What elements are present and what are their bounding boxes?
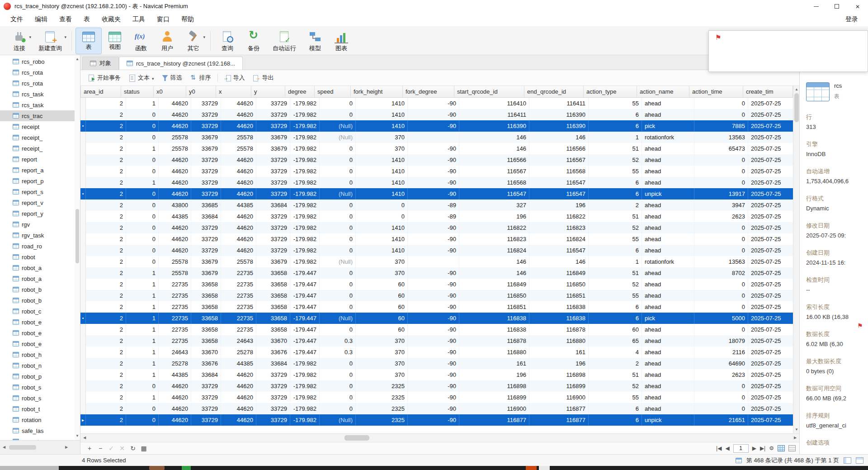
cell-fork_degree[interactable]: -90 (408, 369, 459, 380)
cell-area_id[interactable]: 2 (86, 143, 126, 154)
cell-end_qrcode_id[interactable]: 116900 (529, 392, 589, 403)
cell-action_time[interactable]: 0 (694, 290, 748, 301)
cell-create_tim[interactable]: 2025-07-25 (748, 279, 793, 290)
tab-table[interactable]: rcs_trace_history @zcnest (192.168... (119, 57, 243, 70)
cell-speed[interactable]: 0 (320, 222, 356, 233)
cell-create_tim[interactable]: 2025-07-25 (748, 358, 793, 369)
column-header-x[interactable]: x (216, 86, 251, 97)
cell-degree[interactable]: -179.982 (290, 177, 320, 188)
scroll-up-icon[interactable] (74, 56, 80, 62)
cell-create_tim[interactable]: 2025-07-25 (748, 347, 793, 358)
cell-start_qrcode_id[interactable]: 146 (459, 132, 529, 143)
cell-speed[interactable]: 0.3 (320, 335, 356, 347)
cell-y0[interactable]: 33729 (191, 403, 221, 414)
cell-speed[interactable]: 0 (320, 109, 356, 120)
sidebar-item-rcs_rota[interactable]: rcs_rota (0, 67, 80, 78)
cell-fork_height[interactable]: 0 (356, 211, 408, 222)
table-row[interactable]: •2044620337294462033729-179.982(Null)141… (80, 120, 793, 132)
cell-fork_degree[interactable]: -90 (408, 290, 459, 301)
cell-status[interactable]: 0 (126, 245, 159, 256)
cell-start_qrcode_id[interactable]: 116547 (459, 188, 529, 199)
cell-x0[interactable]: 44385 (159, 211, 191, 222)
cell-fork_degree[interactable]: -90 (408, 143, 459, 154)
cell-area_id[interactable]: 2 (86, 403, 126, 414)
sidebar-item-safe_las[interactable]: safe_las (0, 425, 80, 436)
menu-item[interactable]: 文件 (5, 14, 29, 25)
sidebar-item-rcs_rota[interactable]: rcs_rota (0, 78, 80, 89)
cell-end_qrcode_id[interactable]: 116568 (529, 166, 589, 177)
cell-start_qrcode_id[interactable]: 116566 (459, 154, 529, 166)
cell-action_type[interactable]: 6 (589, 109, 642, 120)
cell-fork_degree[interactable]: -90 (408, 301, 459, 313)
cell-status[interactable]: 0 (126, 154, 159, 166)
cell-x[interactable]: 22735 (221, 324, 256, 335)
table-row[interactable]: 2044620337294462033729-179.98202325-9011… (80, 403, 793, 414)
cell-action_time[interactable]: 0 (694, 222, 748, 233)
export-button[interactable]: 导出 (249, 72, 278, 84)
column-header-y0[interactable]: y0 (186, 86, 216, 97)
scroll-right-icon[interactable] (63, 444, 70, 451)
cell-end_qrcode_id[interactable]: 116877 (529, 403, 589, 414)
cell-y[interactable]: 33729 (256, 154, 290, 166)
cell-end_qrcode_id[interactable]: 196 (529, 199, 589, 211)
column-header-fork_height[interactable]: fork_height (351, 86, 403, 97)
cell-create_tim[interactable]: 2025-07-25 (748, 267, 793, 279)
cell-end_qrcode_id[interactable]: 116880 (529, 335, 589, 347)
cell-start_qrcode_id[interactable]: 116824 (459, 245, 529, 256)
cell-speed[interactable]: (Null) (320, 120, 356, 132)
scrollbar-thumb[interactable] (794, 93, 799, 122)
cell-end_qrcode_id[interactable]: 116824 (529, 233, 589, 245)
cell-speed[interactable]: 0 (320, 233, 356, 245)
sidebar-item-robot_t[interactable]: robot_t (0, 404, 80, 414)
cell-x0[interactable]: 44620 (159, 233, 191, 245)
cell-degree[interactable]: -179.982 (290, 358, 320, 369)
cell-create_tim[interactable]: 2025-07-25 (748, 392, 793, 403)
cell-area_id[interactable]: 2 (86, 199, 126, 211)
cell-x[interactable]: 44620 (221, 98, 256, 109)
cell-x0[interactable]: 44620 (159, 380, 191, 392)
cell-fork_height[interactable]: 2325 (356, 380, 408, 392)
cell-degree[interactable]: -179.447 (290, 313, 320, 324)
cell-end_qrcode_id[interactable]: 116850 (529, 279, 589, 290)
cell-action_name[interactable]: pick (642, 120, 694, 132)
cell-create_tim[interactable]: 2025-07-25 (748, 256, 793, 267)
cell-fork_degree[interactable]: -90 (408, 414, 459, 426)
scroll-right-icon[interactable] (792, 435, 798, 441)
cell-x0[interactable]: 24643 (159, 347, 191, 358)
cell-start_qrcode_id[interactable]: 116822 (459, 222, 529, 233)
cell-fork_height[interactable]: 1410 (356, 188, 408, 199)
cell-action_type[interactable]: 6 (589, 414, 642, 426)
cell-y[interactable]: 33676 (256, 347, 290, 358)
cell-y[interactable]: 33658 (256, 324, 290, 335)
cell-y[interactable]: 33729 (256, 369, 290, 380)
grid-view-icon[interactable] (778, 445, 785, 451)
cell-y0[interactable]: 33729 (191, 380, 221, 392)
table-row[interactable]: 2044620337294462033729-179.98202325-9011… (80, 380, 793, 392)
cell-end_qrcode_id[interactable]: 116851 (529, 290, 589, 301)
column-header-status[interactable]: status (121, 86, 154, 97)
cell-create_tim[interactable]: 2025-07-25 (748, 335, 793, 347)
cell-y0[interactable]: 33670 (191, 347, 221, 358)
cell-y0[interactable]: 33729 (191, 245, 221, 256)
cell-fork_height[interactable]: 370 (356, 132, 408, 143)
cell-x0[interactable]: 22735 (159, 301, 191, 313)
cell-fork_degree[interactable]: -90 (408, 335, 459, 347)
cell-y0[interactable]: 33684 (191, 211, 221, 222)
cell-status[interactable]: 1 (126, 98, 159, 109)
cell-area_id[interactable]: 2 (86, 324, 126, 335)
cell-y0[interactable]: 33729 (191, 233, 221, 245)
cell-end_qrcode_id[interactable]: 116567 (529, 154, 589, 166)
cell-create_tim[interactable]: 2025-07-25 (748, 98, 793, 109)
cell-fork_height[interactable]: 60 (356, 279, 408, 290)
connect-button[interactable]: 连接 (6, 28, 33, 54)
cell-x0[interactable]: 43800 (159, 199, 191, 211)
cell-area_id[interactable]: 2 (86, 154, 126, 166)
cell-action_name[interactable]: ahead (642, 358, 694, 369)
cell-status[interactable]: 0 (126, 109, 159, 120)
sidebar-item-rcs_robo[interactable]: rcs_robo (0, 56, 80, 67)
cell-action_name[interactable]: ahead (642, 267, 694, 279)
cell-speed[interactable]: 0 (320, 245, 356, 256)
cell-create_tim[interactable]: 2025-07-25 (748, 188, 793, 199)
cell-action_type[interactable]: 51 (589, 369, 642, 380)
form-view-icon[interactable] (788, 445, 796, 451)
